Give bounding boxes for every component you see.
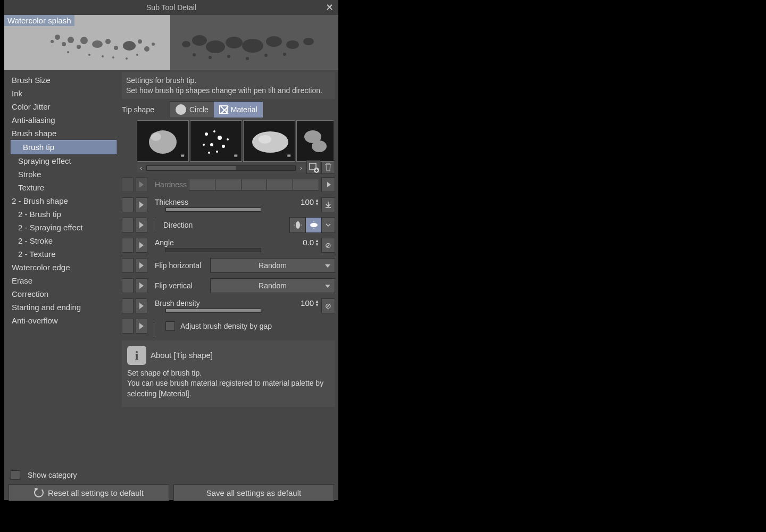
flip-v-show-toggle[interactable]	[122, 278, 134, 293]
thickness-label: Thickness	[149, 198, 301, 206]
brush-tip-thumbnails: ≡ ≡ ≡	[137, 120, 335, 162]
direction-show-toggle[interactable]	[122, 218, 134, 232]
sidebar-item[interactable]: Correction	[6, 287, 119, 301]
tip-shape-segmented: Circle Material	[170, 101, 263, 118]
sidebar-item[interactable]: 2 - Brush tip	[6, 207, 119, 221]
sidebar-item[interactable]: Anti-overflow	[6, 314, 119, 327]
hardness-show-toggle[interactable]	[122, 177, 134, 192]
sidebar-item[interactable]: 2 - Spraying effect	[6, 221, 119, 234]
svg-point-34	[151, 132, 161, 141]
sidebar-item[interactable]: Ink	[6, 87, 119, 100]
titlebar: Sub Tool Detail ✕	[4, 0, 338, 15]
svg-point-23	[242, 39, 263, 53]
hardness-dynamics-button[interactable]	[136, 177, 147, 192]
density-value[interactable]: 100	[301, 298, 314, 307]
angle-reset-button[interactable]: ⊘	[321, 238, 335, 253]
tip-shape-label: Tip shape	[122, 105, 166, 114]
svg-point-2	[62, 42, 66, 46]
scroll-right-button[interactable]: ›	[297, 164, 305, 172]
sidebar-item[interactable]: Erase	[6, 274, 119, 287]
sidebar-item[interactable]: Texture	[6, 181, 119, 194]
adjust-gap-show-toggle[interactable]	[122, 319, 134, 334]
svg-point-32	[283, 53, 286, 56]
density-dynamics-button[interactable]	[136, 298, 147, 313]
brush-preview-dark[interactable]	[170, 15, 338, 70]
thickness-download-button[interactable]	[321, 197, 335, 212]
density-show-toggle[interactable]	[122, 298, 134, 313]
svg-point-27	[193, 53, 196, 56]
sidebar-item[interactable]: Spraying effect	[6, 154, 119, 168]
flip-v-select[interactable]: Random	[210, 278, 335, 293]
sidebar-item[interactable]: 2 - Stroke	[6, 234, 119, 247]
sub-tool-detail-panel: Sub Tool Detail ✕ Watercolor splash	[4, 0, 338, 500]
brush-tip-thumb[interactable]	[296, 120, 334, 162]
angle-dynamics-button[interactable]	[136, 238, 147, 253]
flip-h-dynamics-button[interactable]	[136, 258, 147, 273]
adjust-gap-checkbox[interactable]	[165, 321, 175, 331]
tip-shape-circle-option[interactable]: Circle	[170, 102, 214, 118]
circle-label: Circle	[189, 105, 209, 114]
sidebar-item[interactable]: Color Jitter	[6, 100, 119, 113]
about-box: i About [Tip shape] Set shape of brush t…	[122, 340, 335, 407]
drag-handle-icon[interactable]: ≡	[232, 152, 239, 159]
thickness-spinner[interactable]: ▲▼	[315, 198, 319, 206]
flip-h-select[interactable]: Random	[210, 258, 335, 273]
svg-point-8	[114, 46, 118, 50]
svg-point-13	[88, 54, 90, 56]
material-icon	[219, 105, 228, 114]
reset-all-button[interactable]: Reset all settings to default	[9, 484, 169, 501]
adjust-gap-dynamics-button[interactable]	[136, 319, 147, 334]
brush-tip-thumb[interactable]: ≡	[243, 120, 295, 162]
svg-point-21	[206, 40, 225, 53]
angle-slider[interactable]	[165, 248, 261, 252]
density-spinner[interactable]: ▲▼	[315, 300, 319, 307]
sidebar-item[interactable]: Brush tip	[11, 140, 116, 154]
thickness-slider[interactable]	[165, 207, 261, 212]
angle-show-toggle[interactable]	[122, 238, 134, 253]
density-slider[interactable]	[165, 309, 261, 313]
about-body: Set shape of brush tip.You can use brush…	[127, 368, 330, 400]
angle-value[interactable]: 0.0	[303, 238, 314, 247]
direction-dynamics-button[interactable]	[136, 218, 147, 232]
svg-point-41	[227, 138, 229, 140]
svg-point-36	[213, 130, 215, 132]
sidebar-item[interactable]: Watercolor edge	[6, 261, 119, 274]
sidebar-item[interactable]: 2 - Brush shape	[6, 194, 119, 207]
flip-h-show-toggle[interactable]	[122, 258, 134, 273]
thickness-value[interactable]: 100	[301, 197, 314, 206]
drag-handle-icon[interactable]: ≡	[179, 152, 186, 159]
thickness-dynamics-button[interactable]	[136, 197, 147, 212]
brush-preview-light[interactable]: Watercolor splash	[4, 15, 170, 70]
drag-handle-icon[interactable]: ≡	[285, 152, 293, 159]
thumbnail-scrollbar[interactable]	[146, 165, 296, 171]
info-icon: i	[127, 346, 146, 365]
sidebar-item[interactable]: Brush Size	[6, 73, 119, 87]
svg-point-15	[112, 56, 114, 59]
brush-tip-thumb[interactable]: ≡	[137, 120, 189, 162]
adjust-gap-label: Adjust brush density by gap	[180, 322, 272, 330]
brush-tip-thumb[interactable]: ≡	[190, 120, 242, 162]
sidebar-item[interactable]: Anti-aliasing	[6, 113, 119, 127]
direction-horizontal-button[interactable]	[290, 218, 306, 232]
svg-point-7	[105, 39, 111, 44]
flip-v-dynamics-button[interactable]	[136, 278, 147, 293]
density-reset-button[interactable]: ⊘	[321, 298, 335, 313]
thickness-show-toggle[interactable]	[122, 197, 134, 212]
direction-vertical-button[interactable]	[306, 218, 322, 232]
angle-spinner[interactable]: ▲▼	[315, 239, 319, 246]
svg-point-30	[246, 57, 249, 60]
sidebar-item[interactable]: 2 - Texture	[6, 247, 119, 261]
sidebar-item[interactable]: Starting and ending	[6, 301, 119, 314]
tip-shape-material-option[interactable]: Material	[214, 102, 263, 118]
add-tip-button[interactable]	[306, 160, 320, 174]
sidebar-item[interactable]: Stroke	[6, 168, 119, 181]
sidebar-item[interactable]: Brush shape	[6, 127, 119, 140]
hardness-more-button[interactable]	[321, 177, 335, 192]
scroll-left-button[interactable]: ‹	[137, 164, 145, 172]
angle-label: Angle	[149, 238, 303, 247]
direction-toggle-group	[289, 217, 335, 233]
direction-dropdown-button[interactable]	[322, 218, 335, 232]
close-button[interactable]: ✕	[323, 2, 335, 13]
save-all-button[interactable]: Save all settings as default	[173, 484, 334, 501]
show-category-checkbox[interactable]	[11, 470, 20, 480]
